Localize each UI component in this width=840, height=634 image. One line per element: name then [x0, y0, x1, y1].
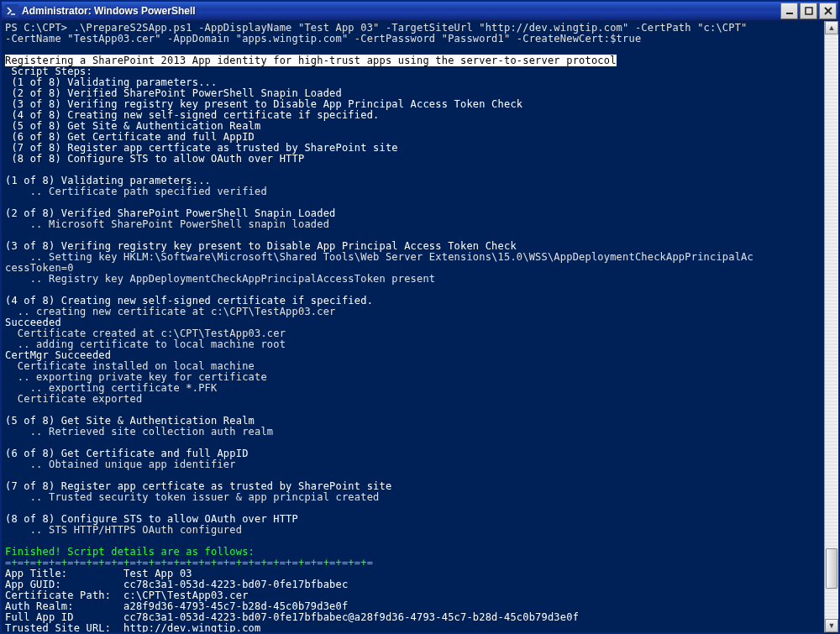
detail-1-head: (1 of 8) Validating parameters... [5, 175, 211, 186]
detail-4-c: Certificate created at c:\CPT\TestApp03.… [5, 327, 286, 339]
result-trusted-url: Trusted Site URL: http://dev.wingtip.com [5, 622, 260, 632]
maximize-button[interactable] [800, 3, 817, 19]
console-output[interactable]: PS C:\CPT> .\PrepareS2SApp.ps1 -AppDispl… [2, 21, 824, 632]
svg-rect-2 [806, 8, 812, 14]
result-app-guid: App GUID: cc78c3a1-053d-4223-bd07-0fe17b… [5, 579, 348, 590]
scroll-up-button[interactable]: ▲ [825, 21, 838, 34]
scroll-thumb[interactable] [826, 548, 837, 589]
detail-6-head: (6 of 8) Get Certificate and full AppID [5, 448, 249, 459]
close-button[interactable] [819, 3, 837, 19]
result-auth-realm: Auth Realm: a28f9d36-4793-45c7-b28d-45c0… [5, 600, 348, 612]
detail-4-g: .. exporting private key for certificate [5, 371, 267, 383]
detail-4-f: Certificate installed on local machine [5, 360, 255, 372]
step-5: (5 of 8) Get Site & Authentication Realm [5, 120, 260, 132]
scroll-track[interactable] [825, 34, 838, 619]
result-app-title: App Title: Test App 03 [5, 568, 192, 579]
result-cert-path: Certificate Path: c:\CPT\TestApp03.cer [5, 589, 249, 601]
detail-4-b: Succeeded [5, 317, 61, 328]
powershell-icon [5, 4, 18, 18]
separator-1: =+=+=+=+=+=+=+=+=+=+=+=+=+=+=+=+=+=+=+=+… [5, 557, 373, 569]
powershell-window: Administrator: Windows PowerShell PS C:\… [0, 0, 840, 634]
step-4: (4 of 8) Creating new self-signed certif… [5, 109, 379, 121]
detail-4-a: .. creating new certificate at c:\CPT\Te… [5, 306, 336, 317]
detail-5-head: (5 of 8) Get Site & Authentication Realm [5, 415, 255, 427]
client-area: PS C:\CPT> .\PrepareS2SApp.ps1 -AppDispl… [2, 21, 838, 632]
header-banner: Registering a SharePoint 2013 App identi… [5, 55, 617, 66]
prompt-line-2: -CertName "TestApp03.cer" -AppDomain "ap… [5, 33, 641, 45]
step-3: (3 of 8) Verifing registry key present t… [5, 98, 522, 110]
detail-3-head: (3 of 8) Verifing registry key present t… [5, 240, 517, 252]
minimize-button[interactable] [780, 3, 798, 19]
detail-3-c: .. Registry key AppDeploymentCheckAppPri… [5, 273, 435, 285]
detail-7-head: (7 of 8) Register app certficate as trus… [5, 480, 391, 492]
steps-header: Script Steps: [5, 65, 92, 77]
detail-4-d: .. adding certificate to local machine r… [5, 338, 286, 350]
detail-7-a: .. Trusted security token issuer & app p… [5, 491, 379, 503]
detail-3-a: .. Setting key HKLM:\Software\Microsoft\… [5, 251, 753, 263]
detail-4-e: CertMgr Succeeded [5, 349, 111, 361]
step-1: (1 of 8) Validating parameters... [5, 76, 217, 88]
finished-1: Finished! Script details are as follows: [5, 546, 255, 558]
title-bar[interactable]: Administrator: Windows PowerShell [2, 2, 838, 21]
prompt-line-1: PS C:\CPT> .\PrepareS2SApp.ps1 -AppDispl… [5, 22, 748, 34]
step-2: (2 of 8) Verified SharePoint PowerShell … [5, 87, 342, 99]
detail-1-a: .. Certificate path specified verified [5, 186, 267, 197]
detail-4-h: .. exporting certificate *.PFK [5, 382, 217, 394]
vertical-scrollbar[interactable]: ▲ ▼ [824, 21, 838, 632]
detail-8-a: .. STS HTTP/HTTPS OAuth configured [5, 524, 242, 536]
window-title: Administrator: Windows PowerShell [22, 5, 196, 17]
detail-4-head: (4 of 8) Creating new self-signed certif… [5, 295, 373, 307]
detail-3-b: cessToken=0 [5, 262, 74, 274]
step-8: (8 of 8) Configure STS to allow OAuth ov… [5, 153, 304, 165]
detail-8-head: (8 of 8) Configure STS to allow OAuth ov… [5, 513, 298, 525]
scroll-down-button[interactable]: ▼ [825, 619, 838, 632]
detail-6-a: .. Obtained unique app identifier [5, 458, 236, 470]
detail-5-a: .. Retrieved site collection auth realm [5, 426, 273, 438]
detail-2-a: .. Microsoft SharePoint PowerShell snapi… [5, 218, 329, 230]
step-6: (6 of 8) Get Certificate and full AppID [5, 131, 255, 143]
step-7: (7 of 8) Register app certficate as trus… [5, 142, 398, 154]
result-full-app-id: Full App ID cc78c3a1-053d-4223-bd07-0fe1… [5, 611, 579, 623]
detail-4-i: Certificate exported [5, 393, 142, 405]
detail-2-head: (2 of 8) Verified SharePoint PowerShell … [5, 207, 336, 219]
